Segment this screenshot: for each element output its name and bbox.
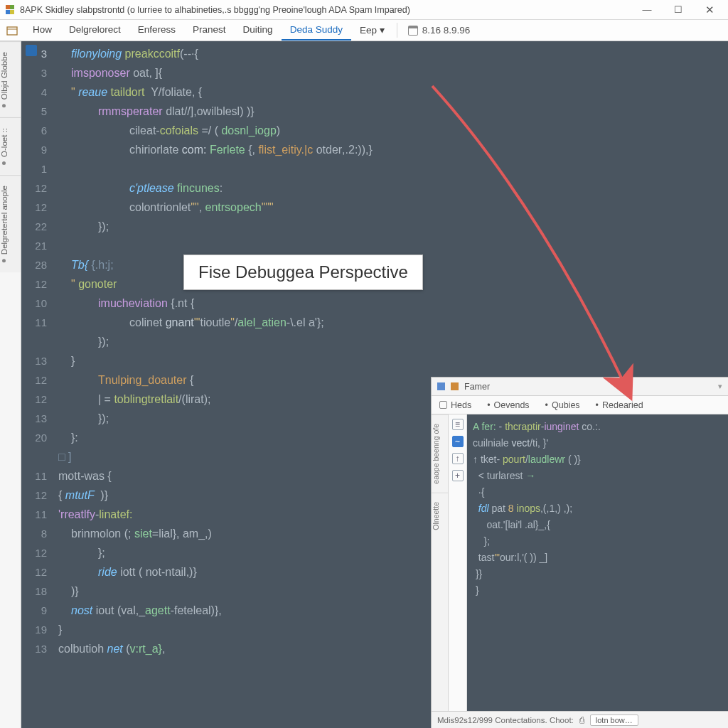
line-number: 1 xyxy=(21,159,55,178)
line-number xyxy=(21,332,55,351)
line-number: 11 xyxy=(21,505,55,524)
code-line[interactable]: }); xyxy=(55,332,109,351)
line-number: 8 xyxy=(21,524,55,543)
panel-code-line[interactable]: } xyxy=(473,582,722,599)
panel-code-line[interactable]: A fer: - thcraptir-iunginet co.:. xyxy=(473,419,722,435)
line-number: 9 xyxy=(21,140,55,159)
panel-code-line[interactable]: oat.'[lai'l .al}_,{ xyxy=(473,517,722,533)
menubar-icon xyxy=(4,20,20,41)
code-line[interactable]: )} xyxy=(55,582,79,601)
panel-code-line[interactable]: cuilniale vect/ti, }' xyxy=(473,435,722,451)
menu-item-pranest[interactable]: Pranest xyxy=(184,20,235,41)
side-rail-tab[interactable]: Olbjd Globbe xyxy=(0,41,21,117)
panel-rail-tab[interactable]: Olneette xyxy=(432,493,448,539)
menu-item-delgrelorect[interactable]: Delgrelorect xyxy=(60,20,129,41)
code-line[interactable]: nost iout (val,_agett-feteleal)}, xyxy=(55,601,222,620)
code-line[interactable]: " reaue taildort Y/foliate, { xyxy=(55,82,202,102)
code-line[interactable]: } xyxy=(55,620,62,639)
code-line[interactable]: Tnulping_doauter { xyxy=(55,370,193,390)
panel-tab-oevends[interactable]: •Oevends xyxy=(479,396,537,414)
code-line[interactable]: chiriorlate com: Ferlete {, flist_eitiy.… xyxy=(55,140,373,159)
status-button[interactable]: lotn bow… xyxy=(590,714,638,726)
code-line[interactable]: □ ] xyxy=(55,447,72,466)
panel-code-line[interactable]: < turlarest → xyxy=(473,468,722,484)
menu-item-how[interactable]: How xyxy=(24,20,60,41)
code-line[interactable]: }); xyxy=(55,217,109,236)
code-line[interactable] xyxy=(55,658,58,678)
line-number: 5 xyxy=(21,102,55,121)
status-icon: ⎙ xyxy=(579,716,584,724)
line-number: 22 xyxy=(21,217,55,236)
line-number: 19 xyxy=(21,620,55,639)
panel-code-line[interactable]: }; xyxy=(473,533,722,550)
editor-gutter: 3345691121222212812101113121213201112118… xyxy=(21,41,55,728)
line-number: 6 xyxy=(21,121,55,140)
panel-code-line[interactable]: fdl pat 8 inops,(,1,) ,); xyxy=(473,500,722,517)
line-number: 9 xyxy=(21,601,55,620)
panel-title-bar[interactable]: Famer ▾ xyxy=(432,378,728,396)
panel-side-rails: eaope beenng ofeOlneette xyxy=(432,414,449,711)
code-line[interactable]: }); xyxy=(55,409,109,428)
app-icon xyxy=(6,5,16,15)
code-editor[interactable]: 3345691121222212812101113121213201112118… xyxy=(21,41,728,728)
code-line[interactable]: 'rreatlfy-linatef: xyxy=(55,505,132,524)
line-number: 18 xyxy=(21,582,55,601)
maximize-button[interactable]: ☐ xyxy=(663,1,694,19)
code-line[interactable]: colbutioh net (v:rt_a}, xyxy=(55,639,165,658)
status-text: Mdis92s12/999 Contectations. Choot: xyxy=(437,716,574,724)
side-rail-tab[interactable]: Delgretertel anople xyxy=(0,175,21,272)
line-number: 12 xyxy=(21,370,55,390)
code-line[interactable]: brinmolon (; siet=lial}, am_,) xyxy=(55,524,212,543)
panel-code-line[interactable]: tast'"our:l,'( )) _] xyxy=(473,550,722,566)
panel-dropdown-icon[interactable]: ▾ xyxy=(718,382,722,391)
code-line[interactable]: colinet gnant'"tioutle"/alel_atien-\.el … xyxy=(55,313,324,332)
panel-icon[interactable]: + xyxy=(452,470,464,481)
panel-code-area[interactable]: A fer: - thcraptir-iunginet co.:.cuilnia… xyxy=(467,414,728,711)
code-line[interactable]: " gonoter xyxy=(55,274,117,294)
line-number: 3 xyxy=(21,44,55,63)
code-line[interactable]: rmmsperater dlat//],owilblesl) )} xyxy=(55,102,255,121)
panel-code-line[interactable]: ↑ tket- pourt/laudlewr ( )} xyxy=(473,451,722,468)
panel-tab-qubies[interactable]: •Qubies xyxy=(537,396,588,414)
panel-code-line[interactable]: ·{ xyxy=(473,484,722,500)
code-line[interactable]: ride iott ( not-ntail,)} xyxy=(55,562,197,582)
code-line[interactable]: imsponoser oat, ]{ xyxy=(55,63,162,82)
panel-code-line[interactable]: }} xyxy=(473,566,722,582)
perspective-callout: Fise Debuggea Perspective xyxy=(183,255,423,290)
panel-icon[interactable]: ↑ xyxy=(452,453,464,464)
code-line[interactable]: | = toblingtretlait/(lirat); xyxy=(55,390,210,409)
panel-rail-tab[interactable]: eaope beenng ofe xyxy=(432,414,448,493)
line-number: 4 xyxy=(21,82,55,102)
line-number: 12 xyxy=(21,198,55,217)
code-line[interactable]: c'ptlease fincunes: xyxy=(55,178,223,198)
code-line[interactable]: imucheviation {.nt { xyxy=(55,294,194,313)
code-line[interactable]: cileat-cofoials =/ ( dosnl_iogp) xyxy=(55,121,280,140)
code-line[interactable]: colontrionlet"", entrsopech""" xyxy=(55,198,274,217)
minimize-button[interactable]: — xyxy=(631,1,663,19)
code-line[interactable] xyxy=(55,159,129,178)
panel-icon[interactable]: ~ xyxy=(452,436,464,447)
line-number xyxy=(21,447,55,466)
code-line[interactable]: { mtutF )} xyxy=(55,486,108,505)
code-line[interactable]: }; xyxy=(55,543,105,562)
code-line[interactable]: filonyloing preakccoitf(--·{ xyxy=(55,44,198,63)
panel-tab-heds[interactable]: Heds xyxy=(432,396,479,414)
menu-item-eep[interactable]: Eep ▾ xyxy=(351,20,393,41)
panel-tab-redearied[interactable]: •Redearied xyxy=(588,396,651,414)
line-number xyxy=(21,658,55,678)
panel-icon-column: ≡~↑+ xyxy=(449,414,467,711)
menu-item-enferess[interactable]: Enferess xyxy=(129,20,184,41)
side-rail-tab[interactable]: O-loet :: xyxy=(0,117,21,175)
code-line[interactable]: } xyxy=(55,351,75,370)
panel-title: Famer xyxy=(464,382,490,392)
code-line[interactable] xyxy=(55,236,98,255)
panel-icon[interactable]: ≡ xyxy=(452,419,464,430)
code-line[interactable]: mott-was { xyxy=(55,466,112,486)
close-button[interactable]: ✕ xyxy=(694,1,725,19)
menu-item-duiting[interactable]: Duiting xyxy=(235,20,282,41)
line-number: 13 xyxy=(21,351,55,370)
window-title-bar: 8APK Skidley slabpstrontd (o lurriee to … xyxy=(0,0,728,20)
code-line[interactable]: }: xyxy=(55,428,78,447)
secondary-panel: Famer ▾ Heds•Oevends•Qubies•Redearied ea… xyxy=(431,377,728,728)
menu-item-deda suddy[interactable]: Deda Suddy xyxy=(282,20,351,41)
